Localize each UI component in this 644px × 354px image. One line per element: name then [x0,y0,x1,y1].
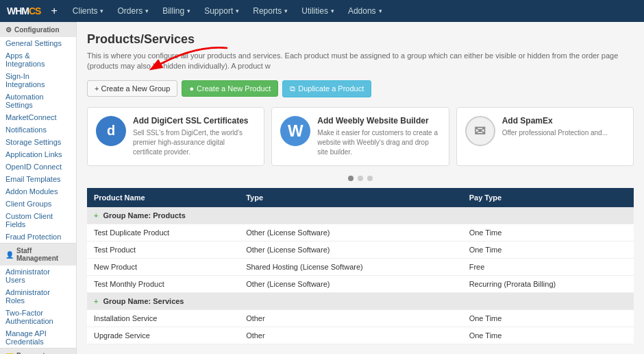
sidebar-item-marketconnect[interactable]: MarketConnect [0,111,76,123]
sidebar-item-administrator-users[interactable]: Administrator Users [0,266,76,286]
table-row[interactable]: Upgrade Service Other One Time [87,327,634,344]
product-pay-type: One Time [462,327,634,344]
duplicate-product-button[interactable]: ⧉ Duplicate a Product [282,80,371,97]
sidebar-item-automation-settings[interactable]: Automation Settings [0,91,76,111]
nav-support[interactable]: Support ▾ [197,0,246,22]
sidebar-header-configuration: ⚙ Configuration [0,22,76,37]
table-row[interactable]: Installation Service Other One Time [87,309,634,327]
spamex-title: Add SpamEx [502,116,608,126]
expand-icon: + [94,297,98,305]
feature-card-weebly[interactable]: W Add Weebly Website Builder Make it eas… [271,107,449,166]
gear-icon: ⚙ [5,26,12,34]
nav-reports[interactable]: Reports ▾ [246,0,295,22]
weebly-title: Add Weebly Website Builder [317,116,440,126]
sidebar-item-storage-settings[interactable]: Storage Settings [0,136,76,148]
expand-icon: + [94,211,98,220]
spamex-icon: ✉ [465,116,495,146]
create-group-button[interactable]: + Create a New Group [87,80,177,97]
sidebar-item-notifications[interactable]: Notifications [0,123,76,136]
copy-icon: ⧉ [290,84,295,93]
sidebar-item-email-templates[interactable]: Email Templates [0,173,76,185]
product-type: Other (License Software) [239,224,462,241]
product-pay-type: Free [462,258,634,275]
sidebar-item-general-settings[interactable]: General Settings [0,37,76,49]
group-row-products: + Group Name: Products [87,207,634,224]
products-table: Product Name Type Pay Type + Group Name:… [87,188,634,344]
sidebar-item-fraud-protection[interactable]: Fraud Protection [0,231,76,243]
sidebar-item-custom-client-fields[interactable]: Custom Client Fields [0,210,76,231]
digicert-title: Add DigiCert SSL Certificates [133,116,256,126]
nav-utilities[interactable]: Utilities ▾ [295,0,341,22]
digicert-icon: d [96,116,126,146]
sidebar-section-staff-management: 👤 Staff Management Administrator Users A… [0,243,76,348]
product-pay-type: Recurring (Prorata Billing) [462,275,634,292]
digicert-description: Sell SSL's from DigiCert, the world's pr… [133,128,256,157]
person-icon: 👤 [5,251,14,259]
feature-cards-container: d Add DigiCert SSL Certificates Sell SSL… [87,107,634,166]
table-row[interactable]: Test Duplicate Product Other (License So… [87,224,634,241]
chevron-down-icon: ▾ [284,8,288,14]
product-type: Other (License Software) [239,241,462,258]
main-layout: ⚙ Configuration General Settings Apps & … [0,22,644,354]
dot-3[interactable] [367,176,373,181]
sidebar-item-openid-connect[interactable]: OpenID Connect [0,161,76,173]
page-title: Products/Services [87,32,634,47]
weebly-description: Make it easier for customers to create a… [317,128,440,157]
plus-circle-icon: ● [189,84,194,93]
nav-clients[interactable]: Clients ▾ [66,0,111,22]
nav-orders[interactable]: Orders ▾ [110,0,156,22]
toolbar: + Create a New Group ● Create a New Prod… [87,80,634,97]
feature-card-spamex[interactable]: ✉ Add SpamEx Offer professional Protecti… [456,107,634,166]
table-row[interactable]: Test Product Other (License Software) On… [87,241,634,258]
sidebar-item-signin-integrations[interactable]: Sign-In Integrations [0,70,76,91]
table-row[interactable]: Test Monthly Product Other (License Soft… [87,275,634,292]
group-row-services: + Group Name: Services [87,292,634,309]
product-type: Other [239,309,462,327]
col-pay-type: Pay Type [462,188,634,207]
top-navigation: WHMCS + Clients ▾ Orders ▾ Billing ▾ Sup… [0,0,644,22]
create-product-button[interactable]: ● Create a New Product [182,80,278,97]
product-name: Test Product [87,241,239,258]
chevron-down-icon: ▾ [331,8,334,14]
product-name: Upgrade Service [87,327,239,344]
logo-text: WHMCS [7,5,40,16]
dot-1[interactable] [348,176,354,181]
main-content: Products/Services This is where you conf… [77,22,644,354]
product-type: Shared Hosting (License Software) [239,258,462,275]
chevron-down-icon: ▾ [145,8,149,14]
nav-addons[interactable]: Addons ▾ [341,0,389,22]
sidebar-item-client-groups[interactable]: Client Groups [0,198,76,210]
sidebar-item-administrator-roles[interactable]: Administrator Roles [0,286,76,307]
logo: WHMCS [7,5,40,16]
sidebar-section-configuration: ⚙ Configuration General Settings Apps & … [0,22,76,243]
sidebar-header-payments: 💳 Payments [0,348,76,354]
table-row[interactable]: New Product Shared Hosting (License Soft… [87,258,634,275]
carousel-dots [87,176,634,181]
feature-card-digicert[interactable]: d Add DigiCert SSL Certificates Sell SSL… [87,107,264,166]
spamex-description: Offer professional Protection and... [502,128,608,138]
product-name: Installation Service [87,309,239,327]
table-body: + Group Name: Products Test Duplicate Pr… [87,207,634,344]
table-header: Product Name Type Pay Type [87,188,634,207]
sidebar-item-addon-modules[interactable]: Addon Modules [0,185,76,198]
page-description: This is where you configure all your pro… [87,51,634,72]
sidebar-item-two-factor-auth[interactable]: Two-Factor Authentication [0,307,76,327]
weebly-content: Add Weebly Website Builder Make it easie… [317,116,440,157]
col-product-name: Product Name [87,188,239,207]
chevron-down-icon: ▾ [379,8,382,14]
sidebar-item-manage-api-credentials[interactable]: Manage API Credentials [0,327,76,348]
nav-plus-button[interactable]: + [51,5,57,17]
sidebar: ⚙ Configuration General Settings Apps & … [0,22,77,354]
sidebar-header-staff-management: 👤 Staff Management [0,243,76,266]
product-name: New Product [87,258,239,275]
product-type: Other (License Software) [239,275,462,292]
chevron-down-icon: ▾ [187,8,190,14]
product-name: Test Monthly Product [87,275,239,292]
chevron-down-icon: ▾ [236,8,239,14]
dot-2[interactable] [358,176,363,181]
sidebar-item-application-links[interactable]: Application Links [0,148,76,161]
nav-menu: Clients ▾ Orders ▾ Billing ▾ Support ▾ R… [66,0,389,22]
sidebar-item-apps-integrations[interactable]: Apps & Integrations [0,49,76,70]
product-pay-type: One Time [462,241,634,258]
nav-billing[interactable]: Billing ▾ [156,0,197,22]
